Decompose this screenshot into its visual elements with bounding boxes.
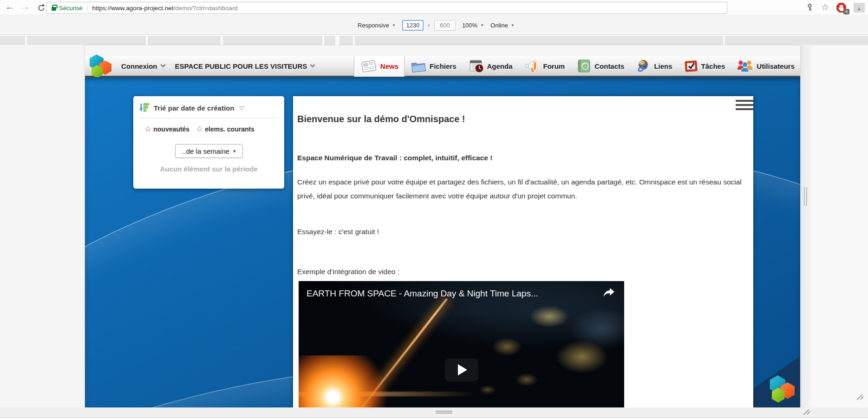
chevron-down-icon: ▼ (511, 23, 515, 27)
acrobat-extension-button[interactable] (854, 3, 865, 14)
tab-taches-label: Tâches (701, 62, 725, 70)
device-type-dropdown[interactable]: Responsive ▼ (358, 22, 396, 29)
acrobat-icon (854, 3, 865, 13)
play-icon (458, 364, 467, 375)
viewport-height-input[interactable] (434, 20, 456, 31)
description-paragraph: Créez un espace privé pour votre équipe … (297, 175, 742, 203)
workspace-right-margin (800, 46, 868, 407)
period-select-value: ..de la semaine (182, 147, 229, 155)
url-separator (87, 4, 88, 12)
chevron-down-icon (160, 62, 165, 67)
zoom-dropdown[interactable]: 100% ▼ (462, 22, 484, 29)
reload-icon (37, 4, 46, 12)
dashboard-background: Trié par date de création ▽ ☆ nouveautés… (85, 77, 800, 407)
red-star-icon: ☆ (144, 124, 151, 134)
try-line: Essayez-le : c'est gratuit ! (297, 228, 379, 236)
welcome-title: Bienvenue sur la démo d'Omnispace ! (297, 114, 465, 125)
agora-logo-icon[interactable] (89, 54, 115, 79)
back-button[interactable]: ← (4, 1, 16, 12)
sort-label: Trié par date de création (154, 104, 234, 112)
password-key-button[interactable] (806, 3, 814, 13)
strip-segment (725, 36, 868, 45)
video-title-gradient (299, 281, 624, 407)
tab-agenda[interactable]: Agenda (462, 56, 518, 77)
viewport-resize-grip[interactable] (802, 408, 810, 416)
devtools-device-bar: Responsive ▼ × 100% ▼ Online ▼ (0, 16, 868, 35)
dimension-times-label: × (427, 22, 431, 29)
panel-menu-button[interactable] (736, 100, 753, 112)
network-status-label: Online (490, 22, 508, 29)
share-arrow-icon (603, 288, 615, 298)
browser-toolbar: ← → Sécurisé https://www.agora-project.n… (0, 0, 868, 15)
video-play-button[interactable] (445, 358, 478, 381)
bookmarks-strip (0, 35, 868, 46)
viewport-width-input[interactable] (402, 20, 424, 31)
newspaper-icon (360, 59, 378, 73)
video-share-button[interactable] (603, 288, 615, 300)
strip-segment (148, 36, 221, 45)
filter-nouveautes[interactable]: ☆ nouveautés (144, 124, 189, 134)
forward-button[interactable]: → (20, 1, 32, 12)
strip-segment (355, 36, 723, 45)
strip-segment (27, 36, 146, 45)
green-star-icon: ☆ (196, 124, 203, 134)
filter-nouveautes-label: nouveautés (153, 125, 189, 133)
tab-agenda-label: Agenda (487, 62, 513, 70)
connexion-menu[interactable]: Connexion (121, 62, 165, 70)
youtube-video-embed[interactable]: EARTH FROM SPACE - Amazing Day & Night T… (299, 281, 624, 407)
site-navbar: Connexion ESPACE PUBLIC POUR LES VISITEU… (85, 56, 800, 77)
viewport-width-drag-handle[interactable] (804, 187, 805, 206)
select-caret-icon: ▾ (233, 148, 236, 154)
megaphone-icon (524, 59, 541, 73)
star-icon: ☆ (821, 2, 829, 12)
emulated-viewport: Connexion ESPACE PUBLIC POUR LES VISITEU… (85, 46, 800, 407)
security-indicator[interactable]: Sécurisé (52, 5, 83, 12)
video-title[interactable]: EARTH FROM SPACE - Amazing Day & Night T… (307, 289, 590, 299)
bookmark-star-button[interactable]: ☆ (821, 2, 829, 13)
strip-segment (0, 36, 25, 45)
address-bar[interactable]: Sécurisé https://www.agora-project.net /… (46, 2, 727, 14)
adblock-badge: 4 (843, 9, 849, 14)
url-path: /demo/?ctrl=dashboard (173, 5, 237, 12)
device-type-label: Responsive (358, 22, 389, 29)
lock-icon (52, 7, 56, 11)
address-book-icon: @ (576, 59, 592, 73)
folder-icon (410, 59, 427, 73)
chevron-down-icon: ▼ (392, 23, 396, 27)
tab-taches[interactable]: Tâches (678, 56, 731, 77)
workspace-bottom-bar (0, 407, 868, 418)
tab-news-label: News (380, 62, 398, 70)
agora-corner-logo-icon (769, 375, 798, 403)
task-check-icon (684, 59, 698, 73)
window-resize-grip[interactable] (855, 393, 864, 401)
sort-dropdown-caret[interactable]: ▽ (239, 105, 244, 112)
tab-fichiers-label: Fichiers (430, 62, 457, 70)
tab-utilisateurs[interactable]: Utilisateurs (731, 56, 800, 77)
strip-segment (223, 36, 322, 45)
tab-fichiers[interactable]: Fichiers (405, 56, 462, 77)
tab-forum-label: Forum (543, 62, 565, 70)
strip-segment (324, 36, 335, 45)
video-caption: Exemple d'intégration de video : (297, 268, 399, 276)
network-throttle-dropdown[interactable]: Online ▼ (490, 22, 515, 29)
url-domain: https://www.agora-project.net (92, 5, 174, 12)
tab-forum[interactable]: Forum (518, 56, 571, 77)
module-tabs: News Fichiers (354, 56, 800, 77)
tab-contacts[interactable]: @ Contacts (570, 56, 630, 77)
reload-button[interactable] (37, 4, 46, 14)
tab-utilisateurs-label: Utilisateurs (757, 62, 795, 70)
tab-news[interactable]: News (354, 56, 405, 77)
news-content-panel: Bienvenue sur la démo d'Omnispace ! Espa… (293, 96, 753, 407)
key-icon (806, 3, 814, 12)
empty-period-message: Aucun élément sur la période (133, 165, 284, 173)
chevron-down-icon: ▼ (480, 23, 484, 27)
viewport-height-drag-handle[interactable] (436, 411, 452, 412)
users-icon (736, 59, 754, 73)
space-selector-menu[interactable]: ESPACE PUBLIC POUR LES VISITEURS (175, 62, 315, 70)
filter-elems-courants[interactable]: ☆ elems. courants (196, 124, 255, 134)
connexion-label: Connexion (121, 62, 157, 70)
chevron-down-icon (310, 62, 315, 67)
filter-panel: Trié par date de création ▽ ☆ nouveautés… (133, 96, 284, 189)
tab-liens[interactable]: Liens (630, 56, 678, 77)
period-select[interactable]: ..de la semaine ▾ (175, 144, 243, 158)
